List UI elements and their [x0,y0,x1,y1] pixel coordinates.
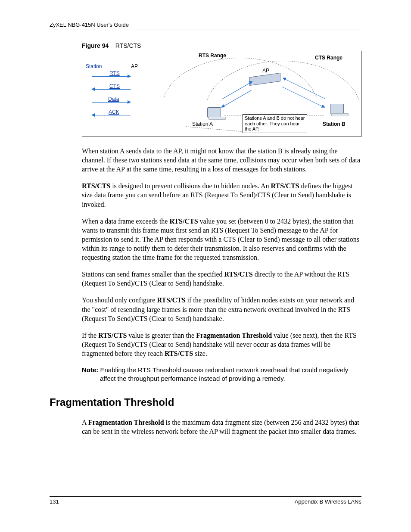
paragraph-5: You should only configure RTS/CTS if the… [82,296,361,323]
label-ack: ACK [109,109,119,115]
p2-bold2: RTS/CTS [271,182,299,190]
header-title: ZyXEL NBG-415N User's Guide [50,22,129,28]
arrow-rts [92,76,131,77]
p6-b3: RTS/CTS [165,350,193,357]
p1-text: When station A sends data to the AP, it … [82,147,360,173]
paragraph-6: If the RTS/CTS value is greater than the… [82,331,361,358]
footer-section: Appendix B Wireless LANs [295,498,361,505]
label-data: Data [108,96,119,102]
station-b-icon [330,104,344,114]
figure-title: RTS/CTS [115,42,141,49]
p4-bold: RTS/CTS [224,271,253,278]
section-heading: Fragmentation Threshold [50,396,361,408]
paragraph-7: A Fragmentation Threshold is the maximum… [82,418,361,436]
figure-number: Figure 94 [82,42,109,49]
figure-diagram: Station AP RTS CTS Data ACK RTS Range CT… [82,51,361,137]
p6-b1: RTS/CTS [98,332,127,339]
p6-t1: If the [82,332,98,339]
label-station: Station [86,63,102,69]
paragraph-2: RTS/CTS is designed to prevent collision… [82,181,361,208]
p5-t1: You should only configure [82,296,157,304]
paragraph-1: When station A sends data to the AP, it … [82,146,361,174]
label-station-a: Station A [192,121,213,127]
p2-t1: is designed to prevent collisions due to… [110,182,271,190]
label-ap-center: AP [262,68,269,74]
p6-t2: value is greater than the [127,332,196,339]
label-rts: RTS [109,70,120,76]
note-label: Note: [82,366,98,373]
hidden-node-note: Stations A and B do not hear each other.… [243,114,307,133]
arrow-ack [92,115,131,115]
dash-bottom-left [186,126,242,131]
label-rts-range: RTS Range [199,53,226,59]
p7-bold: Fragmentation Threshold [88,419,164,426]
arrow-cts [92,89,131,90]
label-cts-range: CTS Range [315,55,342,61]
p3-bold: RTS/CTS [169,218,198,225]
page-footer: 131 Appendix B Wireless LANs [50,496,361,505]
p7-t1: A [82,419,88,426]
paragraph-3: When a data frame exceeds the RTS/CTS va… [82,217,361,262]
label-station-b: Station B [323,121,346,127]
note-paragraph: Note: Enabling the RTS Threshold causes … [82,366,361,383]
note-body: Enabling the RTS Threshold causes redund… [98,366,348,382]
p6-t4: size. [193,350,207,357]
label-ap-left: AP [131,63,138,69]
paragraph-4: Stations can send frames smaller than th… [82,270,361,288]
page-header: ZyXEL NBG-415N User's Guide [50,22,361,29]
p6-b2: Fragmentation Threshold [196,332,272,339]
p2-bold1: RTS/CTS [82,182,110,190]
label-cts: CTS [109,83,120,89]
arrow-data [92,102,131,103]
station-a-icon [207,107,221,118]
p4-t1: Stations can send frames smaller than th… [82,271,224,278]
p5-bold: RTS/CTS [157,296,185,304]
page-number: 131 [50,498,59,505]
figure-caption: Figure 94 RTS/CTS [82,42,361,49]
p3-t1: When a data frame exceeds the [82,218,169,225]
